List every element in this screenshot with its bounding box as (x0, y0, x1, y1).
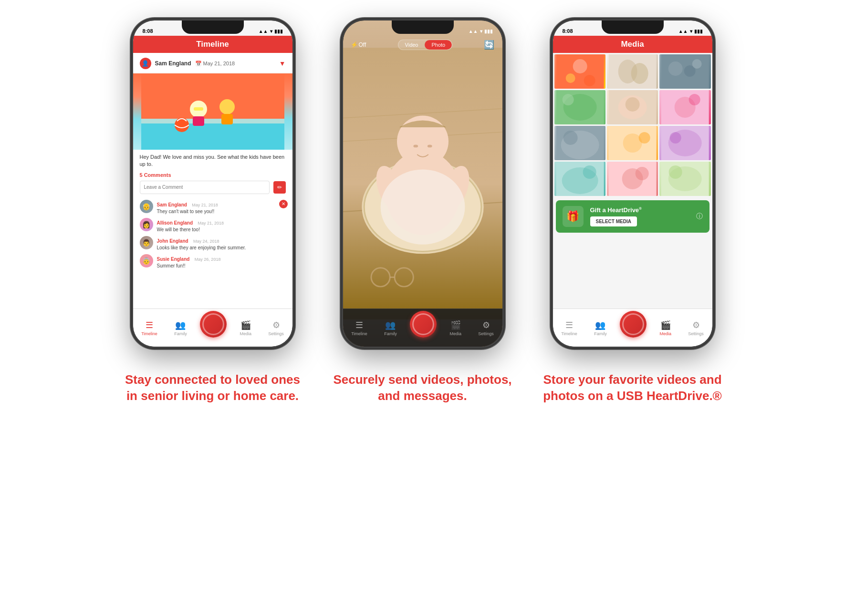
nav-media-1[interactable]: 🎬 Media (236, 318, 255, 338)
phone2: ▲▲ ▾ ▮▮▮ ⚡ Off Video Photo 🔄 (342, 19, 504, 348)
nav-camera-btn-3[interactable] (620, 311, 647, 338)
phone1-app-header: Timeline (133, 36, 292, 53)
media-thumb-7[interactable] (554, 126, 605, 160)
avatar-img-2: 👩 (140, 218, 153, 231)
comments-label: 5 Comments (133, 172, 292, 181)
delete-btn-1[interactable]: ✕ (279, 200, 288, 208)
gift-text-col: Gift a HeartDrive® SELECT MEDIA (590, 206, 689, 226)
family-icon-2: 👥 (385, 320, 396, 330)
phone2-battery-icon: ▮▮▮ (484, 29, 493, 34)
svg-point-35 (692, 59, 702, 69)
media-thumb-11[interactable] (607, 162, 658, 196)
svg-rect-2 (141, 119, 284, 123)
svg-point-26 (573, 59, 587, 73)
phone2-signal-icon: ▲▲ (469, 29, 478, 34)
phone1-bottom-nav: ☰ Timeline 👥 Family 🎬 Media ⚙ Setting (133, 308, 292, 347)
camera-flip-btn[interactable]: 🔄 (484, 40, 494, 50)
caption-1: Stay connected to loved ones in senior l… (122, 372, 303, 404)
post-dropdown-icon[interactable]: ▼ (279, 60, 286, 67)
nav-family-label-2: Family (384, 331, 397, 336)
nav-settings-1[interactable]: ⚙ Settings (264, 318, 288, 338)
family-icon-1: 👥 (175, 320, 186, 330)
comment-input[interactable] (140, 181, 270, 194)
media-icon-1: 🎬 (240, 320, 251, 330)
media-thumb-10[interactable] (554, 162, 605, 196)
flash-label: Off (359, 41, 366, 48)
media-thumb-12[interactable] (659, 162, 710, 196)
media-content[interactable]: 🎁 Gift a HeartDrive® SELECT MEDIA ⓘ (553, 53, 712, 305)
timeline-scroll[interactable]: Hey Dad! We love and miss you. See what … (133, 150, 292, 313)
video-mode-btn[interactable]: Video (398, 40, 425, 50)
media-thumb-2[interactable] (607, 54, 658, 89)
gift-icon: 🎁 (563, 206, 584, 227)
comment-body-3: John England May 24, 2018 Looks like the… (157, 236, 286, 250)
phone2-bottom-nav: ☰ Timeline 👥 Family 🎬 Media ⚙ Setting (343, 308, 502, 347)
settings-icon-3: ⚙ (692, 320, 700, 330)
svg-rect-5 (193, 116, 204, 126)
nav-timeline-2[interactable]: ☰ Timeline (347, 318, 371, 338)
post-date: 📅 May 21, 2018 (195, 61, 235, 67)
nav-family-3[interactable]: 👥 Family (590, 318, 611, 338)
nav-timeline-3[interactable]: ☰ Timeline (557, 318, 581, 338)
media-thumb-8[interactable] (607, 126, 658, 160)
nav-media-label-2: Media (449, 331, 461, 336)
nav-settings-label-2: Settings (478, 331, 494, 336)
svg-point-44 (689, 94, 700, 105)
gift-info-icon[interactable]: ⓘ (696, 212, 703, 221)
phone2-container: ▲▲ ▾ ▮▮▮ ⚡ Off Video Photo 🔄 (332, 19, 513, 348)
photo-mode-btn[interactable]: Photo (425, 40, 452, 50)
phone2-notch (392, 21, 454, 34)
phone1-notch (182, 21, 244, 34)
svg-point-28 (584, 75, 595, 86)
phone2-status-icons: ▲▲ ▾ ▮▮▮ (469, 29, 493, 34)
nav-family-1[interactable]: 👥 Family (170, 318, 191, 338)
svg-rect-6 (221, 114, 233, 124)
nav-settings-3[interactable]: ⚙ Settings (684, 318, 708, 338)
media-thumb-6[interactable] (659, 90, 710, 124)
post-user-name: Sam England (155, 60, 191, 67)
phone1-status-icons: ▲▲ ▾ ▮▮▮ (259, 29, 283, 34)
media-thumb-9[interactable] (659, 126, 710, 160)
media-icon-3: 🎬 (660, 320, 671, 330)
media-thumb-3[interactable] (659, 54, 710, 89)
nav-timeline-label-1: Timeline (141, 331, 157, 336)
nav-family-2[interactable]: 👥 Family (380, 318, 401, 338)
camera-mode-pills: Video Photo (398, 40, 453, 50)
camera-top-bar: ⚡ Off Video Photo 🔄 (343, 36, 502, 54)
nav-camera-btn-2[interactable] (410, 311, 437, 338)
svg-rect-0 (141, 73, 284, 121)
comment-name-3: John England (157, 238, 188, 244)
phone1-wifi-icon: ▾ (270, 29, 272, 34)
comment-send-btn[interactable]: ✏ (273, 181, 286, 194)
nav-family-label-3: Family (594, 331, 607, 336)
nav-media-2[interactable]: 🎬 Media (446, 318, 465, 338)
comment-text-1: They can't wait to see you!! (157, 209, 286, 214)
post-user-icon: 👤 (140, 58, 151, 69)
svg-point-17 (413, 144, 418, 147)
comment-avatar-3: 👨 (140, 236, 153, 249)
gift-heartdrive-banner: 🎁 Gift a HeartDrive® SELECT MEDIA ⓘ (556, 200, 709, 233)
nav-media-3[interactable]: 🎬 Media (656, 318, 675, 338)
comment-item-4: 👵 Susie England May 26, 2018 Summer fun!… (133, 252, 292, 270)
comment-avatar-2: 👩 (140, 218, 153, 231)
media-thumb-4[interactable] (554, 90, 605, 124)
comment-avatar-4: 👵 (140, 254, 153, 267)
select-media-button[interactable]: SELECT MEDIA (590, 216, 637, 226)
media-thumb-1[interactable] (554, 54, 605, 89)
nav-family-label-1: Family (174, 331, 187, 336)
caption-2: Securely send videos, photos, and messag… (332, 372, 513, 404)
post-text: Hey Dad! We love and miss you. See what … (133, 150, 292, 172)
media-grid (553, 53, 712, 197)
avatar-img-3: 👨 (140, 236, 153, 249)
svg-point-4 (219, 99, 235, 114)
flash-control[interactable]: ⚡ Off (351, 41, 366, 48)
caption-3: Store your favorite videos and photos on… (542, 372, 723, 404)
nav-camera-btn-1[interactable] (200, 311, 227, 338)
nav-timeline-1[interactable]: ☰ Timeline (137, 318, 161, 338)
comment-name-1: Sam England (157, 202, 187, 207)
phone3-bottom-nav: ☰ Timeline 👥 Family 🎬 Media ⚙ Setting (553, 308, 712, 347)
media-thumb-5[interactable] (607, 90, 658, 124)
comment-name-4: Susie England (157, 257, 190, 262)
nav-settings-2[interactable]: ⚙ Settings (474, 318, 498, 338)
avatar-img-4: 👵 (140, 254, 153, 267)
